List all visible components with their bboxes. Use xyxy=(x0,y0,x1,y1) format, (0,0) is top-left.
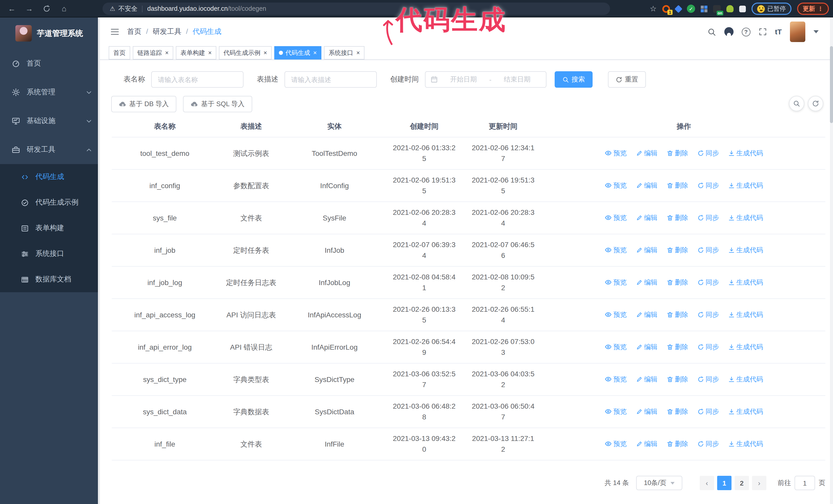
hamburger-icon[interactable] xyxy=(110,28,119,36)
action-eye-link[interactable]: 预览 xyxy=(604,277,627,287)
action-download-link[interactable]: 生成代码 xyxy=(728,341,763,352)
breadcrumb-item[interactable]: 研发工具 xyxy=(153,27,193,37)
avatar[interactable] xyxy=(790,22,805,42)
action-eye-link[interactable]: 预览 xyxy=(604,180,627,190)
next-page-button[interactable] xyxy=(752,476,766,490)
extension-icon-orange[interactable]: 1 xyxy=(662,5,670,13)
action-edit-link[interactable]: 编辑 xyxy=(636,309,658,320)
action-sync-link[interactable]: 同步 xyxy=(697,180,719,191)
recorder-paused-pill[interactable]: 已暂停 xyxy=(752,3,791,15)
action-delete-link[interactable]: 删除 xyxy=(667,406,688,417)
action-sync-link[interactable]: 同步 xyxy=(697,341,719,352)
action-delete-link[interactable]: 删除 xyxy=(667,212,688,223)
help-icon[interactable] xyxy=(742,27,751,36)
action-download-link[interactable]: 生成代码 xyxy=(728,212,763,223)
action-download-link[interactable]: 生成代码 xyxy=(728,309,763,320)
action-eye-link[interactable]: 预览 xyxy=(604,438,627,449)
action-delete-link[interactable]: 删除 xyxy=(667,245,688,255)
extension-icon-recorder[interactable]: on xyxy=(713,5,721,13)
action-edit-link[interactable]: 编辑 xyxy=(636,180,658,191)
action-sync-link[interactable]: 同步 xyxy=(697,438,719,449)
tab-tracing[interactable]: 链路追踪 xyxy=(133,46,173,59)
sidebar-item-form-builder[interactable]: 表单构建 xyxy=(0,215,100,241)
sidebar-item-system[interactable]: 系统管理 xyxy=(0,78,100,106)
breadcrumb-item[interactable]: 首页 xyxy=(127,27,153,37)
page-size-select[interactable]: 10条/页 xyxy=(636,476,682,490)
close-icon[interactable] xyxy=(263,50,267,56)
action-eye-link[interactable]: 预览 xyxy=(604,309,627,320)
action-eye-link[interactable]: 预览 xyxy=(604,212,627,223)
sidebar-item-home[interactable]: 首页 xyxy=(0,49,100,78)
browser-reload-icon[interactable] xyxy=(40,2,53,15)
import-db-button[interactable]: 基于 DB 导入 xyxy=(111,96,176,112)
action-sync-link[interactable]: 同步 xyxy=(697,212,719,223)
date-range-picker[interactable]: 开始日期 - 结束日期 xyxy=(425,71,546,88)
action-delete-link[interactable]: 删除 xyxy=(667,438,688,449)
action-delete-link[interactable]: 删除 xyxy=(667,148,688,159)
browser-menu-dots-icon[interactable]: ⋮ xyxy=(818,6,823,11)
close-icon[interactable] xyxy=(313,50,317,56)
search-button[interactable]: 搜索 xyxy=(555,71,593,88)
fullscreen-icon[interactable] xyxy=(759,28,767,36)
action-edit-link[interactable]: 编辑 xyxy=(636,212,658,223)
font-size-icon[interactable] xyxy=(775,28,782,36)
tab-codegen-example[interactable]: 代码生成示例 xyxy=(219,46,272,59)
action-delete-link[interactable]: 删除 xyxy=(667,277,688,288)
action-eye-link[interactable]: 预览 xyxy=(604,147,627,158)
table-name-input[interactable] xyxy=(151,71,243,88)
extension-icon-grid[interactable] xyxy=(701,5,708,12)
action-delete-link[interactable]: 删除 xyxy=(667,180,688,191)
search-icon[interactable] xyxy=(708,27,716,36)
action-download-link[interactable]: 生成代码 xyxy=(728,374,763,385)
close-icon[interactable] xyxy=(356,50,360,56)
close-icon[interactable] xyxy=(208,50,212,56)
toggle-search-button[interactable] xyxy=(789,96,804,111)
browser-forward-icon[interactable]: → xyxy=(23,2,36,15)
action-edit-link[interactable]: 编辑 xyxy=(636,406,658,417)
action-edit-link[interactable]: 编辑 xyxy=(636,277,658,288)
browser-home-icon[interactable]: ⌂ xyxy=(57,2,71,15)
action-eye-link[interactable]: 预览 xyxy=(604,341,627,352)
page-scrollbar[interactable] xyxy=(830,18,833,504)
action-delete-link[interactable]: 删除 xyxy=(667,341,688,352)
page-button-2[interactable]: 2 xyxy=(735,476,749,490)
action-download-link[interactable]: 生成代码 xyxy=(728,406,763,417)
action-download-link[interactable]: 生成代码 xyxy=(728,277,763,288)
action-eye-link[interactable]: 预览 xyxy=(604,406,627,416)
import-sql-button[interactable]: 基于 SQL 导入 xyxy=(183,96,253,112)
action-download-link[interactable]: 生成代码 xyxy=(728,180,763,191)
browser-update-button[interactable]: 更新 ⋮ xyxy=(797,3,829,15)
sidebar-item-api[interactable]: 系统接口 xyxy=(0,241,100,267)
browser-back-icon[interactable]: ← xyxy=(5,2,19,15)
action-edit-link[interactable]: 编辑 xyxy=(636,245,658,255)
action-sync-link[interactable]: 同步 xyxy=(697,277,719,288)
tab-form-builder[interactable]: 表单构建 xyxy=(176,46,216,59)
action-delete-link[interactable]: 删除 xyxy=(667,309,688,320)
action-sync-link[interactable]: 同步 xyxy=(697,374,719,385)
action-sync-link[interactable]: 同步 xyxy=(697,148,719,159)
tab-home[interactable]: 首页 xyxy=(109,46,130,59)
sidebar-item-devtools[interactable]: 研发工具 xyxy=(0,135,100,164)
chevron-down-icon[interactable] xyxy=(813,30,819,33)
sidebar-item-db-doc[interactable]: 数据库文档 xyxy=(0,267,100,292)
sidebar-scrollbar[interactable] xyxy=(98,18,100,504)
action-edit-link[interactable]: 编辑 xyxy=(636,148,658,159)
action-download-link[interactable]: 生成代码 xyxy=(728,438,763,449)
extension-icon-android[interactable] xyxy=(727,5,734,12)
table-desc-input[interactable] xyxy=(285,71,377,88)
extension-icon-gem[interactable] xyxy=(675,6,681,11)
sidebar-logo[interactable]: 芋道管理系统 xyxy=(0,18,100,49)
bookmark-star-icon[interactable]: ☆ xyxy=(650,4,657,13)
sidebar-item-infra[interactable]: 基础设施 xyxy=(0,106,100,135)
prev-page-button[interactable] xyxy=(700,476,714,490)
sidebar-item-codegen[interactable]: 代码生成 xyxy=(0,164,100,190)
action-sync-link[interactable]: 同步 xyxy=(697,309,719,320)
reset-button[interactable]: 重置 xyxy=(608,71,646,88)
action-edit-link[interactable]: 编辑 xyxy=(636,341,658,352)
github-icon[interactable] xyxy=(724,27,734,37)
action-sync-link[interactable]: 同步 xyxy=(697,406,719,417)
address-bar[interactable]: ⚠ 不安全 dashboard.yudao.iocoder.cn /tool/c… xyxy=(102,3,610,15)
action-download-link[interactable]: 生成代码 xyxy=(728,148,763,159)
action-eye-link[interactable]: 预览 xyxy=(604,244,627,255)
sidebar-item-codegen-example[interactable]: 代码生成示例 xyxy=(0,190,100,215)
